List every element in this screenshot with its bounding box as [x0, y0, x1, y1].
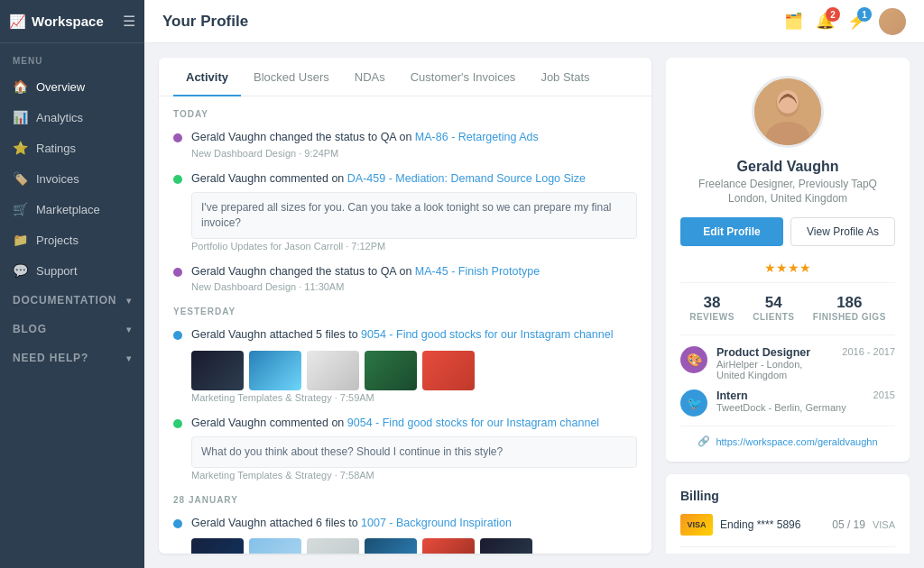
finished-label: FINISHED GIGS: [813, 312, 886, 322]
activity-link[interactable]: 9054 - Find good stocks for our Instagra…: [347, 417, 599, 429]
sidebar-item-support[interactable]: 💬 Support: [0, 255, 144, 286]
documentation-collapse[interactable]: DOCUMENTATION ▾: [0, 286, 144, 315]
activity-item: Gerald Vaughn changed the status to QA o…: [173, 264, 637, 293]
sidebar-item-analytics[interactable]: 📊 Analytics: [0, 102, 144, 133]
image-thumb: [307, 351, 359, 390]
profile-actions: Edit Profile View Profile As: [680, 217, 895, 246]
sidebar-logo: 📈 Workspace: [9, 14, 104, 30]
chevron-down-icon: ▾: [126, 325, 132, 334]
activity-item: Gerald Vaughn attached 6 files to 1007 -…: [173, 516, 637, 554]
sidebar-item-label: Support: [36, 264, 78, 278]
card-ending: Ending **** 5896: [720, 518, 825, 531]
image-thumb: [249, 351, 301, 390]
sidebar-item-marketplace[interactable]: 🛒 Marketplace: [0, 194, 144, 224]
profile-avatar: [752, 76, 824, 148]
activity-panel: Activity Blocked Users NDAs Customer's I…: [159, 58, 651, 554]
profile-card: Gerald Vaughn Freelance Designer, Previo…: [666, 58, 910, 462]
view-profile-button[interactable]: View Profile As: [790, 217, 895, 246]
profile-stats: 38 REVIEWS 54 CLIENTS 186 FINISHED GIGS: [680, 282, 895, 322]
image-thumb: [307, 538, 359, 554]
sidebar-item-projects[interactable]: 📁 Projects: [0, 224, 144, 255]
user-avatar[interactable]: [879, 8, 906, 35]
link-icon: 🔗: [698, 435, 710, 447]
tab-job-stats[interactable]: Job Stats: [528, 58, 602, 96]
today-label: TODAY: [173, 109, 637, 119]
today-section: TODAY Gerald Vaughn changed the status t…: [173, 109, 637, 292]
hamburger-button[interactable]: ☰: [123, 13, 135, 30]
billing-title: Billing: [680, 489, 895, 503]
image-thumb: [191, 351, 244, 390]
profile-url: 🔗 https://workspace.com/geraldvaughn: [680, 426, 895, 447]
jan28-label: 28 JANUARY: [173, 495, 637, 505]
activity-text: Gerald Vaughn commented on DA-459 - Medi…: [191, 171, 637, 188]
activity-dot-blue: [173, 331, 182, 340]
activity-comment: I've prepared all sizes for you. Can you…: [191, 192, 637, 239]
activity-text: Gerald Vaughn attached 6 files to 1007 -…: [191, 516, 637, 532]
edit-profile-button[interactable]: Edit Profile: [680, 217, 783, 246]
image-thumb: [422, 538, 475, 554]
right-panel: Gerald Vaughn Freelance Designer, Previo…: [666, 58, 910, 554]
alert-badge: 1: [857, 7, 872, 22]
avatar-image: [879, 8, 906, 35]
archive-button[interactable]: 🗂️: [784, 12, 803, 31]
tab-ndas[interactable]: NDAs: [342, 58, 398, 96]
experience-items: 🎨 Product Designer AirHelper - London, U…: [680, 334, 895, 417]
tab-activity[interactable]: Activity: [173, 58, 241, 96]
exp-title: Intern: [716, 389, 864, 402]
profile-name: Gerald Vaughn: [680, 159, 895, 175]
top-header: Your Profile 🗂️ 🔔 2 ⚡ 1: [144, 0, 924, 43]
image-thumb: [365, 351, 417, 390]
reviews-count: 38: [689, 294, 735, 312]
activity-content: Gerald Vaughn changed the status to QA o…: [191, 264, 637, 293]
billing-card: Billing VISA Ending **** 5896 05 / 19 VI…: [666, 474, 910, 554]
exp-title: Product Designer: [716, 346, 833, 359]
activity-time: Portfolio Updates for Jason Carroll · 7:…: [191, 241, 637, 252]
sidebar-item-invoices[interactable]: 🏷️ Invoices: [0, 163, 144, 194]
home-icon: 🏠: [13, 79, 27, 94]
tab-blocked-users[interactable]: Blocked Users: [241, 58, 342, 96]
activity-item: Gerald Vaughn commented on DA-459 - Medi…: [173, 171, 637, 252]
activity-time: Marketing Templates & Strategy · 7:58AM: [191, 470, 637, 481]
activity-link[interactable]: 9054 - Find good stocks for our Instagra…: [361, 328, 613, 341]
sidebar-item-label: Ratings: [36, 142, 76, 155]
analytics-icon: 📊: [13, 110, 27, 124]
alert-button[interactable]: ⚡ 1: [847, 12, 866, 31]
activity-comment: What do you think about these? Should I …: [191, 436, 637, 468]
exp-item-intern: 🐦 Intern TweetDock - Berlin, Germany 201…: [680, 389, 895, 417]
profile-url-text[interactable]: https://workspace.com/geraldvaughn: [716, 436, 877, 447]
activity-text: Gerald Vaughn attached 5 files to 9054 -…: [191, 327, 637, 344]
exp-year: 2015: [873, 389, 895, 400]
activity-dot-green: [173, 175, 182, 184]
main-area: Your Profile 🗂️ 🔔 2 ⚡ 1 Activity Blocke: [144, 0, 924, 568]
activity-images: [191, 351, 637, 390]
exp-icon-intern: 🐦: [680, 389, 707, 417]
blog-collapse[interactable]: BLOG ▾: [0, 315, 144, 344]
credit-card-icon: VISA: [680, 514, 713, 536]
activity-images: [191, 538, 637, 554]
exp-item-product-designer: 🎨 Product Designer AirHelper - London, U…: [680, 346, 895, 380]
sidebar-item-ratings[interactable]: ⭐ Ratings: [0, 133, 144, 163]
jan28-section: 28 JANUARY Gerald Vaughn attached 6 file…: [173, 495, 637, 554]
tab-customers-invoices[interactable]: Customer's Invoices: [398, 58, 529, 96]
exp-details: Product Designer AirHelper - London, Uni…: [716, 346, 833, 380]
activity-link[interactable]: DA-459 - Mediation: Demand Source Logo S…: [347, 172, 586, 185]
card-expiry: 05 / 19: [832, 518, 865, 531]
billing-card-row: VISA Ending **** 5896 05 / 19 VISA: [680, 514, 895, 536]
clients-label: CLIENTS: [753, 312, 794, 322]
need-help-collapse[interactable]: NEED HELP? ▾: [0, 344, 144, 372]
activity-link[interactable]: MA-45 - Finish Prototype: [415, 265, 540, 278]
sidebar-item-label: Overview: [36, 80, 85, 94]
activity-link[interactable]: MA-86 - Retargeting Ads: [415, 131, 539, 143]
sidebar-item-label: Analytics: [36, 111, 83, 124]
activity-link[interactable]: 1007 - Background Inspiration: [361, 517, 512, 529]
yesterday-label: YESTERDAY: [173, 307, 637, 316]
avatar-svg: [754, 76, 821, 148]
profile-role: Freelance Designer, Previously TapQ: [680, 178, 895, 190]
archive-icon: 🗂️: [784, 13, 803, 30]
sidebar-item-label: Invoices: [36, 172, 79, 186]
notification-button[interactable]: 🔔 2: [816, 12, 835, 31]
sidebar-item-overview[interactable]: 🏠 Overview: [0, 71, 144, 102]
exp-details: Intern TweetDock - Berlin, Germany: [716, 389, 864, 413]
rating-stars: ★★★★: [680, 261, 895, 275]
sidebar-item-label: Marketplace: [36, 203, 100, 216]
